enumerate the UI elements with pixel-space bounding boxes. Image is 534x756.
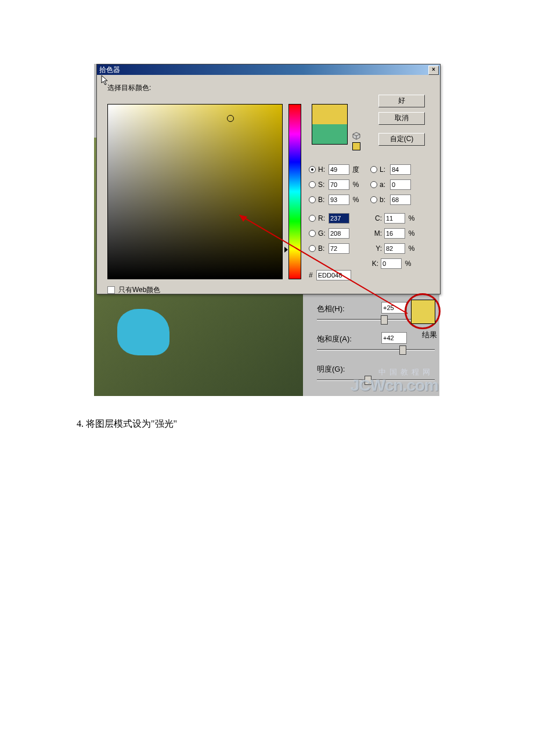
input-y[interactable]: 82 bbox=[384, 243, 405, 254]
sat-value[interactable]: +42 bbox=[381, 332, 407, 344]
color-swatch bbox=[312, 104, 348, 145]
input-g[interactable]: 208 bbox=[329, 228, 349, 239]
cube-icon bbox=[352, 132, 360, 140]
result-swatch bbox=[411, 300, 435, 324]
swatch-current bbox=[312, 124, 347, 144]
hue-thumb[interactable] bbox=[381, 315, 388, 325]
sat-thumb[interactable] bbox=[399, 345, 406, 355]
input-h[interactable]: 49 bbox=[329, 164, 349, 175]
cancel-button[interactable]: 取消 bbox=[378, 112, 425, 125]
color-fields: H: 49度 L:84 S: 70% a:0 B: 93% b:68 bbox=[309, 162, 436, 271]
dialog-title: 拾色器 bbox=[99, 66, 120, 74]
input-l[interactable]: 84 bbox=[390, 164, 411, 175]
radio-a[interactable] bbox=[370, 181, 377, 188]
hue-value[interactable]: +25 bbox=[381, 302, 407, 314]
radio-l[interactable] bbox=[370, 166, 377, 173]
radio-r[interactable] bbox=[309, 215, 316, 222]
titlebar[interactable]: 拾色器 × bbox=[97, 64, 440, 75]
input-bv[interactable]: 93 bbox=[329, 195, 349, 205]
hex-row: # EDD048 bbox=[309, 270, 351, 280]
input-a[interactable]: 0 bbox=[390, 179, 411, 190]
lig-label: 明度(G): bbox=[317, 364, 345, 375]
swatch-new bbox=[312, 105, 347, 124]
input-k[interactable]: 0 bbox=[381, 258, 402, 269]
hue-slider[interactable] bbox=[288, 104, 301, 279]
input-s[interactable]: 70 bbox=[329, 179, 349, 190]
hue-label: 色相(H): bbox=[317, 304, 345, 314]
ok-button[interactable]: 好 bbox=[378, 95, 425, 107]
sat-label: 饱和度(A): bbox=[317, 334, 352, 344]
checkbox-icon bbox=[107, 286, 115, 294]
radio-bv[interactable] bbox=[309, 196, 316, 203]
color-marker bbox=[227, 115, 234, 122]
input-m[interactable]: 16 bbox=[384, 228, 405, 239]
radio-h[interactable] bbox=[309, 166, 316, 173]
radio-s[interactable] bbox=[309, 181, 316, 188]
result-label: 结果 bbox=[422, 330, 437, 340]
hue-pointer-icon bbox=[284, 247, 288, 253]
custom-button[interactable]: 自定(C) bbox=[378, 133, 425, 146]
gamut-swatch[interactable] bbox=[352, 142, 360, 150]
input-c[interactable]: 11 bbox=[384, 213, 405, 224]
input-bl[interactable]: 68 bbox=[390, 195, 411, 205]
input-hex[interactable]: EDD048 bbox=[316, 270, 351, 280]
radio-bb[interactable] bbox=[309, 245, 316, 252]
watermark-logo: JCWcn.com bbox=[351, 376, 438, 395]
input-r[interactable]: 237 bbox=[329, 213, 349, 224]
color-picker-dialog: 拾色器 × 选择目标颜色: 好 取消 自定(C) bbox=[96, 64, 441, 294]
screenshot-figure: 拾色器 × 选择目标颜色: 好 取消 自定(C) bbox=[94, 64, 439, 396]
color-field[interactable] bbox=[107, 104, 283, 279]
result-circle bbox=[405, 293, 441, 329]
prompt-label: 选择目标颜色: bbox=[107, 83, 434, 93]
input-bb[interactable]: 72 bbox=[329, 243, 349, 254]
web-colors-checkbox[interactable]: 只有Web颜色 bbox=[107, 285, 160, 295]
radio-bl[interactable] bbox=[370, 196, 377, 203]
close-button[interactable]: × bbox=[428, 66, 439, 75]
step-caption: 4. 将图层模式设为"强光" bbox=[77, 418, 534, 430]
sat-track[interactable] bbox=[317, 349, 435, 351]
radio-g[interactable] bbox=[309, 230, 316, 237]
